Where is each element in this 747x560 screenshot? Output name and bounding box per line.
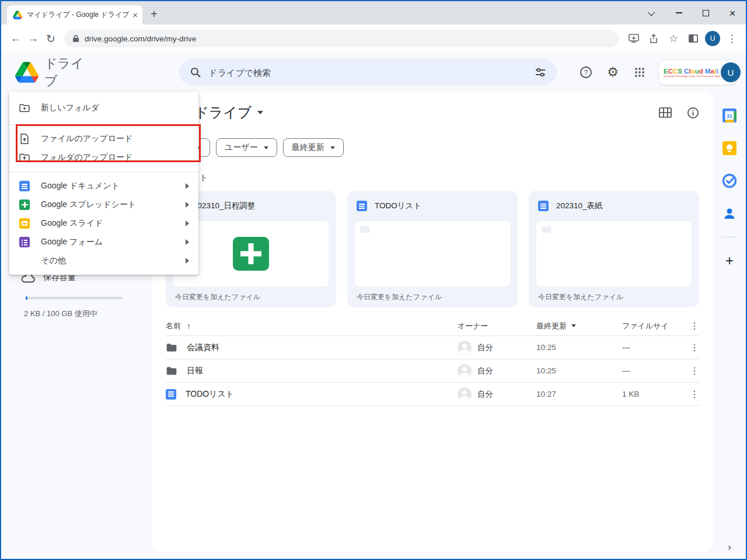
owner-name: 自分 bbox=[477, 366, 493, 376]
tab-close-icon[interactable]: × bbox=[132, 10, 138, 19]
file-list-table: 名前 ↑ オーナー 最終更新 ファイルサイ ⋮ bbox=[166, 316, 699, 406]
folder-icon bbox=[166, 365, 177, 377]
row-options-kebab-icon[interactable]: ⋮ bbox=[687, 388, 701, 400]
chevron-down-icon bbox=[264, 146, 268, 149]
forward-button[interactable]: → bbox=[25, 30, 42, 47]
back-button[interactable]: ← bbox=[7, 30, 25, 47]
eccs-logo-subtext: Information Technology Center, The Unive… bbox=[664, 75, 721, 78]
menu-item-more[interactable]: その他 bbox=[9, 251, 198, 270]
new-folder-icon bbox=[19, 102, 30, 114]
install-app-icon[interactable] bbox=[626, 30, 642, 47]
settings-gear-icon[interactable]: ⚙ bbox=[603, 63, 622, 82]
table-row[interactable]: 会議資料 自分 10:25 — ⋮ bbox=[166, 336, 699, 359]
drive-app: ドライブ ? ⚙ bbox=[1, 52, 746, 559]
docs-file-icon bbox=[538, 201, 549, 211]
reload-button[interactable]: ↻ bbox=[42, 30, 60, 47]
menu-item-google-slides[interactable]: Google スライド bbox=[9, 214, 198, 233]
suggested-card[interactable]: 202310_表紙 今日変更を加えたファイル bbox=[529, 191, 699, 307]
grid-view-toggle-icon[interactable] bbox=[659, 107, 672, 118]
browser-profile-avatar[interactable]: U bbox=[705, 31, 720, 46]
docs-file-icon bbox=[166, 389, 176, 400]
column-header-modified[interactable]: 最終更新 bbox=[536, 321, 567, 331]
file-thumbnail bbox=[355, 221, 510, 286]
bookmark-star-icon[interactable]: ☆ bbox=[665, 30, 682, 47]
menu-item-new-folder[interactable]: 新しいフォルダ bbox=[9, 96, 198, 120]
new-dropdown-menu: 新しいフォルダ ファイルのアップロード bbox=[9, 92, 198, 275]
table-row[interactable]: 日報 自分 10:25 — ⋮ bbox=[166, 359, 699, 383]
card-reason: 今日変更を加えたファイル bbox=[347, 286, 518, 307]
search-options-tune-icon[interactable] bbox=[535, 66, 546, 78]
google-contacts-icon[interactable] bbox=[722, 206, 737, 221]
svg-text:?: ? bbox=[584, 69, 588, 76]
side-panel-rail: 31 bbox=[713, 92, 746, 559]
sheets-logo-icon bbox=[233, 237, 269, 271]
column-header-size[interactable]: ファイルサイ bbox=[622, 321, 687, 331]
sort-ascending-icon[interactable]: ↑ bbox=[187, 321, 191, 331]
file-size: — bbox=[622, 366, 687, 375]
browser-tab[interactable]: マイドライブ - Google ドライブ × bbox=[7, 5, 142, 24]
new-tab-button[interactable]: + bbox=[151, 7, 158, 21]
google-calendar-icon[interactable]: 31 bbox=[722, 108, 737, 123]
get-add-ons-plus-icon[interactable]: + bbox=[725, 253, 734, 269]
owner-name: 自分 bbox=[477, 342, 493, 353]
table-options-kebab-icon[interactable]: ⋮ bbox=[687, 320, 701, 331]
url-text: drive.google.com/drive/my-drive bbox=[85, 34, 196, 43]
row-options-kebab-icon[interactable]: ⋮ bbox=[687, 365, 701, 376]
eccs-cloud-mail-logo: ECCS Cloud Mail bbox=[664, 68, 721, 75]
google-tasks-icon[interactable] bbox=[722, 173, 737, 188]
submenu-arrow-icon bbox=[186, 183, 189, 189]
submenu-arrow-icon bbox=[186, 258, 189, 264]
menu-item-file-upload[interactable]: ファイルのアップロード bbox=[9, 130, 198, 148]
title-caret-icon bbox=[257, 111, 263, 114]
filter-chip-user[interactable]: ユーザー bbox=[216, 138, 277, 157]
file-size: 1 KB bbox=[622, 390, 687, 398]
share-icon[interactable] bbox=[645, 30, 662, 47]
table-row[interactable]: TODOリスト 自分 10:27 1 KB ⋮ bbox=[166, 383, 699, 406]
browser-titlebar: マイドライブ - Google ドライブ × + × bbox=[1, 1, 746, 24]
menu-item-google-forms[interactable]: Google フォーム bbox=[9, 233, 198, 251]
url-bar[interactable]: drive.google.com/drive/my-drive bbox=[64, 30, 619, 47]
suggested-card[interactable]: TODOリスト 今日変更を加えたファイル bbox=[347, 191, 518, 307]
search-icon bbox=[190, 66, 201, 78]
menu-divider bbox=[9, 172, 198, 172]
folder-upload-icon bbox=[19, 152, 30, 163]
column-header-name[interactable]: 名前 bbox=[166, 321, 181, 331]
side-panel-icon[interactable] bbox=[685, 30, 701, 47]
menu-item-folder-upload[interactable]: フォルダのアップロード bbox=[9, 148, 198, 167]
browser-toolbar: ← → ↻ drive.google.com/drive/my-drive ☆ … bbox=[1, 24, 746, 52]
modified-time: 10:25 bbox=[536, 343, 622, 352]
google-sheets-icon bbox=[19, 200, 30, 210]
menu-item-google-sheets[interactable]: Google スプレッドシート bbox=[9, 195, 198, 214]
drive-search-bar[interactable] bbox=[179, 59, 557, 86]
info-icon[interactable] bbox=[687, 107, 699, 119]
file-name: 日報 bbox=[187, 366, 203, 376]
folder-icon bbox=[166, 342, 177, 354]
search-input[interactable] bbox=[208, 68, 535, 78]
browser-menu-kebab-icon[interactable]: ⋮ bbox=[724, 30, 740, 47]
file-size: — bbox=[622, 343, 687, 352]
help-icon[interactable]: ? bbox=[577, 63, 595, 82]
modified-time: 10:25 bbox=[536, 366, 622, 375]
file-upload-icon bbox=[19, 133, 30, 145]
google-keep-icon[interactable] bbox=[722, 141, 737, 156]
column-header-owner[interactable]: オーナー bbox=[458, 321, 536, 331]
window-maximize-button[interactable] bbox=[692, 1, 719, 24]
window-close-button[interactable]: × bbox=[719, 1, 746, 24]
filter-chip-modified[interactable]: 最終更新 bbox=[283, 138, 344, 157]
browser-window: マイドライブ - Google ドライブ × + × ← → ↻ drive.g… bbox=[0, 0, 747, 560]
menu-divider bbox=[9, 124, 198, 125]
submenu-arrow-icon bbox=[186, 202, 189, 208]
row-options-kebab-icon[interactable]: ⋮ bbox=[687, 342, 701, 353]
window-menu-chevron-icon[interactable] bbox=[638, 1, 665, 24]
show-side-panel-chevron-icon[interactable]: › bbox=[728, 541, 731, 553]
menu-item-google-docs[interactable]: Google ドキュメント bbox=[9, 177, 198, 195]
google-apps-grid-icon[interactable] bbox=[630, 63, 649, 82]
drive-favicon-icon bbox=[13, 10, 22, 20]
lock-icon bbox=[72, 34, 79, 43]
window-minimize-button[interactable] bbox=[665, 1, 692, 24]
drive-profile-avatar[interactable]: U bbox=[721, 62, 741, 82]
owner-avatar bbox=[458, 387, 472, 401]
drive-logo-icon[interactable] bbox=[15, 62, 39, 83]
eccs-account-chip[interactable]: ECCS Cloud Mail Information Technology C… bbox=[658, 60, 736, 85]
docs-file-icon bbox=[357, 201, 367, 211]
